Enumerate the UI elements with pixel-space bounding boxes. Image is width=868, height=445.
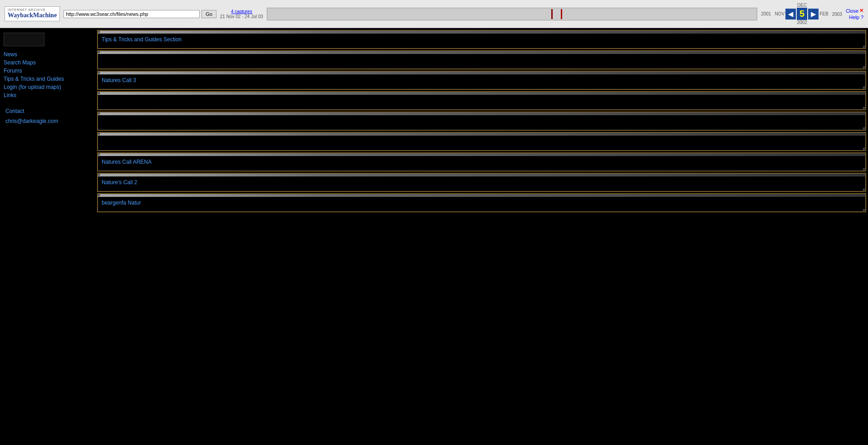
main-wrapper: News Search Maps Forums Tips & Tricks an… — [0, 28, 868, 445]
section-box-5-inner — [98, 112, 866, 130]
prev-arrow[interactable]: ◀ — [785, 9, 796, 20]
section-title-link-9[interactable]: beargenfa Natur — [102, 200, 141, 206]
timeline-marker — [551, 9, 553, 19]
month-next-label: FEB — [819, 11, 828, 16]
section-title-link-7[interactable]: Natures Call ARENA — [102, 159, 152, 165]
go-button[interactable]: Go — [201, 10, 216, 18]
section-box-8: Nature's Call 2 — [97, 173, 866, 192]
contact-link[interactable]: Contact — [5, 108, 24, 114]
section-box-7-inner: Natures Call ARENA — [98, 153, 866, 171]
section-content-4 — [98, 95, 865, 104]
wayback-bar: INTERNET ARCHIVE WaybackMachine Go 4 cap… — [0, 0, 868, 28]
captures-dates: 21 Nov 02 - 24 Jul 03 — [220, 14, 263, 19]
close-help-area: Close ✕ Help ? — [846, 8, 863, 20]
section-content-3: Natures Call 3 — [98, 74, 865, 86]
corner-br-4 — [863, 107, 866, 110]
section-content-5 — [98, 115, 865, 124]
month-day: 5 — [797, 8, 807, 20]
section-title-link-1[interactable]: Tips & Tricks and Guides Section — [102, 36, 181, 43]
corner-br-1 — [863, 46, 866, 49]
sidebar-logo-img — [4, 33, 44, 46]
section-content-7: Natures Call ARENA — [98, 156, 865, 168]
section-box-3: Natures Call 3 — [97, 71, 866, 90]
section-content-1: Tips & Tricks and Guides Section — [98, 34, 865, 45]
section-content-2 — [98, 54, 865, 63]
corner-br-6 — [863, 148, 866, 151]
section-box-9-inner: beargenfa Natur — [98, 194, 866, 212]
section-box-5 — [97, 112, 866, 131]
month-current-label: DEC — [797, 3, 807, 8]
wm-text: WaybackMachine — [8, 12, 57, 20]
section-box-6-inner — [98, 132, 866, 151]
corner-tl-8 — [98, 173, 100, 176]
section-content-9: beargenfa Natur — [98, 197, 865, 209]
captures-info: 4 captures 21 Nov 02 - 24 Jul 03 — [220, 9, 263, 19]
section-title-link-3[interactable]: Natures Call 3 — [102, 77, 136, 83]
section-title-link-8[interactable]: Nature's Call 2 — [102, 179, 137, 186]
section-box-9: beargenfa Natur — [97, 193, 866, 212]
corner-tl-6 — [98, 132, 100, 135]
nav-link-links[interactable]: Links — [4, 92, 95, 99]
wayback-logo-inner: INTERNET ARCHIVE WaybackMachine — [5, 6, 60, 21]
content-area: Tips & Tricks and Guides Section Natures… — [95, 28, 868, 445]
nav-link-forums[interactable]: Forums — [4, 67, 95, 74]
month-next: FEB — [819, 11, 828, 16]
help-link[interactable]: Help ? — [849, 15, 863, 20]
sidebar-nav: News Search Maps Forums Tips & Tricks an… — [4, 51, 95, 99]
nav-link-news[interactable]: News — [4, 51, 95, 58]
next-arrow[interactable]: ▶ — [808, 9, 819, 20]
section-box-2-inner — [98, 51, 866, 69]
section-box-7: Natures Call ARENA — [97, 152, 866, 171]
year-labels2: 2003 — [832, 11, 842, 17]
captures-link[interactable]: 4 captures — [231, 9, 252, 14]
year-labels: 2001 — [761, 11, 771, 16]
corner-tl-3 — [98, 71, 100, 74]
month-current-block: DEC 5 2002 — [797, 3, 807, 25]
timeline-bar — [267, 8, 757, 20]
corner-br-2 — [863, 66, 866, 69]
corner-tl-9 — [98, 194, 100, 196]
corner-br-3 — [863, 87, 866, 89]
month-prev: NOV — [775, 11, 785, 16]
sidebar-logo-area — [4, 33, 95, 46]
section-content-8: Nature's Call 2 — [98, 176, 865, 188]
close-x: ✕ — [859, 8, 863, 14]
corner-br-5 — [863, 127, 866, 130]
nav-link-tips[interactable]: Tips & Tricks and Guides — [4, 75, 95, 83]
month-prev-label: NOV — [775, 11, 785, 16]
section-box-2 — [97, 50, 866, 69]
section-box-6 — [97, 132, 866, 151]
corner-br-9 — [863, 209, 866, 212]
corner-tl-4 — [98, 92, 100, 94]
corner-tl-2 — [98, 51, 100, 54]
timeline-area — [267, 8, 757, 20]
year-next: 2003 — [832, 12, 842, 17]
corner-tl-5 — [98, 112, 100, 115]
email-text: chris@darkeagle.com — [5, 118, 95, 124]
ia-text: INTERNET ARCHIVE — [8, 8, 57, 12]
month-year: 2002 — [797, 20, 807, 25]
section-box-1: Tips & Tricks and Guides Section — [97, 30, 866, 49]
year-prev: 2001 — [761, 11, 771, 16]
wayback-logo: INTERNET ARCHIVE WaybackMachine — [5, 6, 60, 21]
nav-area: NOV ◀ DEC 5 2002 ▶ FEB — [775, 3, 828, 25]
section-content-6 — [98, 136, 865, 145]
corner-br-7 — [863, 168, 866, 171]
nav-link-search-maps[interactable]: Search Maps — [4, 59, 95, 66]
corner-tl-1 — [98, 30, 100, 33]
close-link[interactable]: Close ✕ — [846, 8, 863, 14]
corner-tl-7 — [98, 153, 100, 156]
sidebar: News Search Maps Forums Tips & Tricks an… — [0, 28, 95, 445]
section-box-8-inner: Nature's Call 2 — [98, 173, 866, 191]
nav-link-login[interactable]: Login (for upload maps) — [4, 83, 95, 91]
corner-br-8 — [863, 189, 866, 191]
url-input[interactable] — [64, 10, 200, 18]
section-box-3-inner: Natures Call 3 — [98, 71, 866, 89]
section-box-1-inner: Tips & Tricks and Guides Section — [98, 30, 866, 49]
close-label: Close — [846, 8, 858, 14]
url-bar-area: Go — [64, 10, 216, 18]
section-box-4-inner — [98, 92, 866, 110]
section-box-4 — [97, 91, 866, 110]
sidebar-contact: Contact chris@darkeagle.com — [4, 108, 95, 124]
timeline-marker2 — [561, 9, 562, 19]
